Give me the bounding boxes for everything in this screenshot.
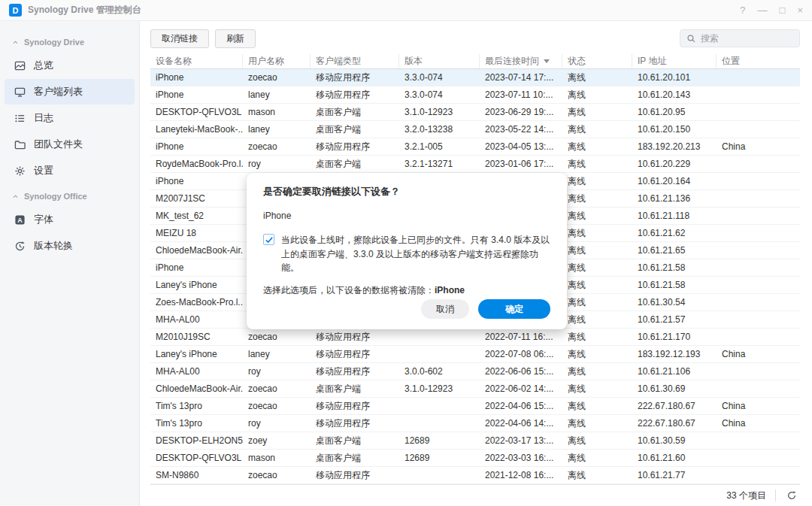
table-cell: 离线 bbox=[562, 227, 632, 240]
table-cell: 10.61.21.60 bbox=[632, 453, 717, 463]
table-cell: 2023-07-14 17:... bbox=[480, 72, 562, 83]
table-row[interactable]: iPhonezoecao移动应用程序3.3.0-0742023-07-14 17… bbox=[150, 69, 800, 86]
table-row[interactable]: iPhonezoecao移动应用程序3.2.1-0052023-04-05 13… bbox=[150, 138, 800, 156]
titlebar: D Synology Drive 管理控制台 ? — □ × bbox=[0, 0, 812, 21]
chevron-up-icon bbox=[12, 193, 19, 200]
refresh-list-icon[interactable] bbox=[785, 489, 798, 502]
table-cell: zoecao bbox=[243, 141, 311, 152]
table-cell: 10.61.30.69 bbox=[632, 383, 717, 394]
column-header-label: 最后连接时间 bbox=[485, 55, 539, 68]
table-cell: 桌面客户端 bbox=[311, 383, 399, 395]
table-row[interactable]: SM-N9860zoecao移动应用程序2021-12-08 16:...离线1… bbox=[150, 467, 800, 484]
table-cell: RoydeMacBook-Pro.l... bbox=[150, 159, 243, 169]
table-cell: 离线 bbox=[562, 89, 632, 102]
sidebar-item-label: 团队文件夹 bbox=[34, 138, 83, 151]
sidebar-item-fonts[interactable]: A字体 bbox=[5, 207, 135, 232]
column-header[interactable]: 客户端类型 bbox=[311, 54, 399, 68]
table-cell: 222.67.180.67 bbox=[632, 418, 717, 429]
confirm-button[interactable]: 确定 bbox=[478, 299, 550, 319]
table-cell: 10.61.21.136 bbox=[632, 193, 717, 204]
column-header[interactable]: IP 地址 bbox=[632, 54, 717, 68]
table-cell: 离线 bbox=[562, 210, 632, 223]
table-cell: iPhone bbox=[150, 262, 243, 273]
team-folder-icon bbox=[14, 139, 26, 150]
overview-icon bbox=[14, 60, 26, 71]
table-row[interactable]: M2010J19SCzoecao移动应用程序2022-07-11 16:...离… bbox=[150, 329, 800, 346]
table-cell: 10.61.20.229 bbox=[632, 159, 717, 169]
search-box[interactable] bbox=[680, 29, 800, 47]
table-cell: MHA-AL00 bbox=[150, 366, 243, 377]
table-row[interactable]: Tim's 13proroy移动应用程序2022-04-06 14:...离线2… bbox=[150, 415, 800, 432]
table-cell: Laneyteki-MacBook-... bbox=[150, 124, 243, 135]
sidebar-item-logs[interactable]: 日志 bbox=[5, 105, 135, 131]
sidebar-item-label: 总览 bbox=[34, 59, 53, 72]
table-row[interactable]: DESKTOP-ELH2ON5zoey桌面客户端126892022-03-17 … bbox=[150, 432, 800, 450]
table-row[interactable]: Laney's iPhonelaney移动应用程序2022-07-08 06:.… bbox=[150, 346, 800, 363]
sidebar-section-header[interactable]: Synology Office bbox=[0, 184, 139, 206]
table-row[interactable]: RoydeMacBook-Pro.l...roy桌面客户端3.2.1-13271… bbox=[150, 156, 800, 173]
table-row[interactable]: ChloedeMacBook-Air...zoecao桌面客户端3.1.0-12… bbox=[150, 380, 800, 398]
table-row[interactable]: Laneyteki-MacBook-...laney桌面客户端3.2.0-132… bbox=[150, 121, 800, 138]
wipe-checkbox[interactable] bbox=[263, 234, 274, 245]
table-cell: 3.1.0-12923 bbox=[399, 107, 480, 117]
minimize-button[interactable]: — bbox=[758, 5, 768, 15]
table-header-row: 设备名称用户名称客户端类型版本最后连接时间状态IP 地址位置 bbox=[150, 54, 800, 69]
table-cell: 10.61.21.77 bbox=[632, 470, 717, 480]
column-header[interactable]: 设备名称 bbox=[150, 54, 243, 68]
table-cell: 离线 bbox=[562, 365, 632, 378]
cancel-button[interactable]: 取消 bbox=[421, 299, 469, 319]
column-header[interactable]: 用户名称 bbox=[243, 54, 311, 68]
sidebar-item-label: 字体 bbox=[34, 213, 53, 226]
column-header[interactable]: 状态 bbox=[562, 54, 632, 68]
search-icon bbox=[686, 34, 696, 44]
table-cell: 移动应用程序 bbox=[311, 141, 399, 153]
table-cell: 10.61.20.101 bbox=[632, 72, 717, 83]
column-header[interactable]: 位置 bbox=[717, 54, 800, 68]
table-row[interactable]: MHA-AL00roy移动应用程序3.0.0-6022022-06-06 15:… bbox=[150, 363, 800, 380]
sidebar-item-team-folder[interactable]: 团队文件夹 bbox=[5, 132, 135, 157]
table-cell: laney bbox=[243, 124, 311, 135]
refresh-button[interactable]: 刷新 bbox=[215, 29, 256, 48]
check-icon bbox=[265, 235, 274, 244]
table-cell: zoecao bbox=[243, 383, 311, 394]
close-button[interactable]: × bbox=[797, 5, 803, 15]
statusbar: 33 个项目 bbox=[150, 484, 800, 506]
table-cell: 移动应用程序 bbox=[311, 469, 399, 482]
column-header[interactable]: 版本 bbox=[399, 54, 480, 68]
table-cell: 离线 bbox=[562, 192, 632, 205]
sidebar-section-label: Synology Drive bbox=[24, 38, 84, 47]
table-row[interactable]: Tim's 13prozoecao移动应用程序2022-04-06 15:...… bbox=[150, 398, 800, 415]
sidebar-item-client-list[interactable]: 客户端列表 bbox=[5, 79, 135, 105]
maximize-button[interactable]: □ bbox=[780, 5, 786, 15]
sidebar-section-header[interactable]: Synology Drive bbox=[0, 30, 139, 52]
table-cell: 离线 bbox=[562, 383, 632, 395]
table-cell: 10.61.20.95 bbox=[632, 107, 717, 117]
table-cell: 移动应用程序 bbox=[311, 89, 399, 102]
table-cell: Laney's iPhone bbox=[150, 280, 243, 290]
sidebar-item-settings[interactable]: 设置 bbox=[5, 158, 135, 183]
table-cell: 10.61.21.65 bbox=[632, 245, 717, 256]
table-cell: 3.1.0-12923 bbox=[399, 383, 480, 394]
column-header[interactable]: 最后连接时间 bbox=[480, 54, 562, 68]
column-header-label: 用户名称 bbox=[248, 55, 284, 68]
help-button[interactable]: ? bbox=[740, 5, 745, 15]
log-icon bbox=[14, 113, 26, 124]
table-cell: 离线 bbox=[562, 262, 632, 274]
chevron-up-icon bbox=[12, 39, 19, 46]
table-row[interactable]: DESKTOP-QFLVO3Lmason桌面客户端126892022-03-03… bbox=[150, 450, 800, 467]
search-input[interactable] bbox=[701, 33, 793, 44]
table-cell: 2022-06-02 14:... bbox=[480, 383, 562, 394]
table-cell: 183.192.12.193 bbox=[632, 349, 717, 359]
sidebar-item-overview[interactable]: 总览 bbox=[5, 53, 135, 78]
table-row[interactable]: DESKTOP-QFLVO3Lmason桌面客户端3.1.0-129232023… bbox=[150, 104, 800, 121]
table-cell: 3.2.0-13238 bbox=[399, 124, 480, 135]
table-row[interactable]: iPhonelaney移动应用程序3.3.0-0742023-07-11 10:… bbox=[150, 86, 800, 104]
table-cell: 10.61.20.150 bbox=[632, 124, 717, 135]
sidebar-item-version-rotation[interactable]: 版本轮换 bbox=[5, 233, 135, 259]
font-icon: A bbox=[14, 214, 26, 226]
table-cell: zoecao bbox=[243, 470, 311, 480]
dialog-note: 选择此选项后，以下设备的数据将被清除：iPhone bbox=[263, 284, 550, 297]
unlink-button[interactable]: 取消链接 bbox=[150, 29, 209, 48]
dialog-actions: 取消 确定 bbox=[263, 299, 550, 319]
table-cell: 离线 bbox=[562, 417, 632, 430]
